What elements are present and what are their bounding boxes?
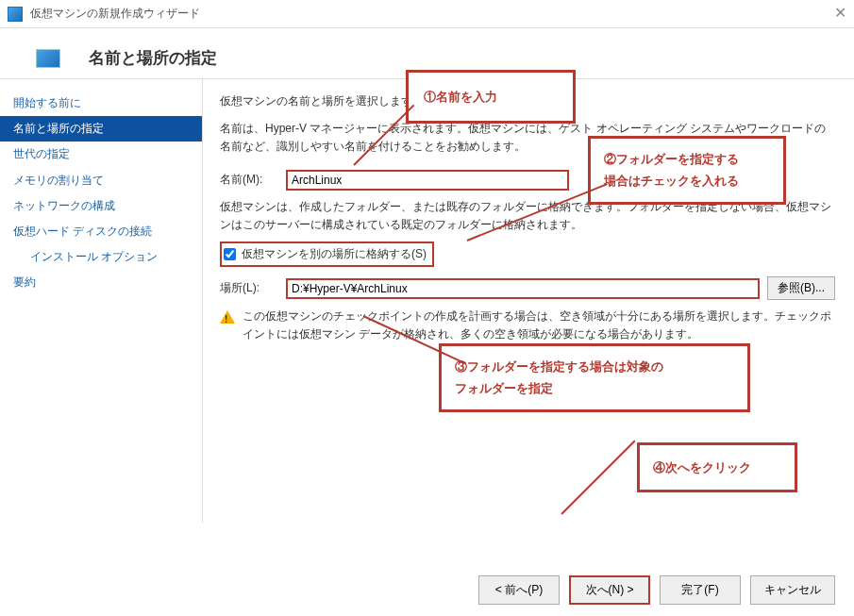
location-row: 場所(L): 参照(B)...	[220, 276, 835, 300]
store-elsewhere-checkbox-row[interactable]: 仮想マシンを別の場所に格納する(S)	[220, 241, 434, 267]
sidebar-item-summary[interactable]: 要約	[0, 270, 202, 295]
name-input[interactable]	[286, 170, 569, 191]
callout-3: ③フォルダーを指定する場合は対象の フォルダーを指定	[439, 343, 750, 412]
app-icon	[8, 7, 23, 22]
window-title: 仮想マシンの新規作成ウィザード	[30, 6, 200, 22]
callout-line-4	[561, 441, 635, 515]
callout-2: ②フォルダーを指定する 場合はチェックを入れる	[588, 136, 786, 205]
sidebar-item-before-start[interactable]: 開始する前に	[0, 91, 202, 116]
header-icon	[36, 49, 60, 68]
next-button[interactable]: 次へ(N) >	[569, 575, 650, 605]
sidebar-item-install-options[interactable]: インストール オプション	[0, 244, 202, 270]
footer: < 前へ(P) 次へ(N) > 完了(F) キャンセル	[478, 575, 835, 605]
sidebar-item-vhd[interactable]: 仮想ハード ディスクの接続	[0, 219, 202, 244]
body: 開始する前に 名前と場所の指定 世代の指定 メモリの割り当て ネットワークの構成…	[0, 78, 854, 523]
titlebar: 仮想マシンの新規作成ウィザード ✕	[0, 0, 854, 28]
browse-button[interactable]: 参照(B)...	[767, 276, 835, 300]
warning-text: この仮想マシンのチェックポイントの作成を計画する場合は、空き領域が十分にある場所…	[243, 308, 835, 343]
location-input[interactable]	[286, 278, 760, 299]
sidebar-item-generation[interactable]: 世代の指定	[0, 142, 202, 167]
sidebar-item-memory[interactable]: メモリの割り当て	[0, 168, 202, 193]
store-elsewhere-label: 仮想マシンを別の場所に格納する(S)	[242, 245, 427, 263]
store-elsewhere-checkbox[interactable]	[224, 248, 236, 260]
page-title: 名前と場所の指定	[89, 47, 217, 69]
location-label: 場所(L):	[220, 279, 286, 297]
content: 仮想マシンの名前と場所を選択します。 名前は、Hyper-V マネージャーに表示…	[203, 79, 854, 523]
callout-4: ④次へをクリック	[637, 442, 797, 492]
sidebar: 開始する前に 名前と場所の指定 世代の指定 メモリの割り当て ネットワークの構成…	[0, 79, 203, 523]
sidebar-item-name-location[interactable]: 名前と場所の指定	[0, 116, 202, 142]
finish-button[interactable]: 完了(F)	[660, 575, 741, 605]
close-icon[interactable]: ✕	[834, 4, 846, 22]
prev-button[interactable]: < 前へ(P)	[478, 575, 560, 605]
name-label: 名前(M):	[220, 171, 286, 189]
warning-icon	[220, 310, 235, 324]
cancel-button[interactable]: キャンセル	[750, 575, 835, 605]
sidebar-item-network[interactable]: ネットワークの構成	[0, 193, 202, 219]
callout-1: ①名前を入力	[406, 70, 576, 124]
warning-row: この仮想マシンのチェックポイントの作成を計画する場合は、空き領域が十分にある場所…	[220, 308, 835, 343]
